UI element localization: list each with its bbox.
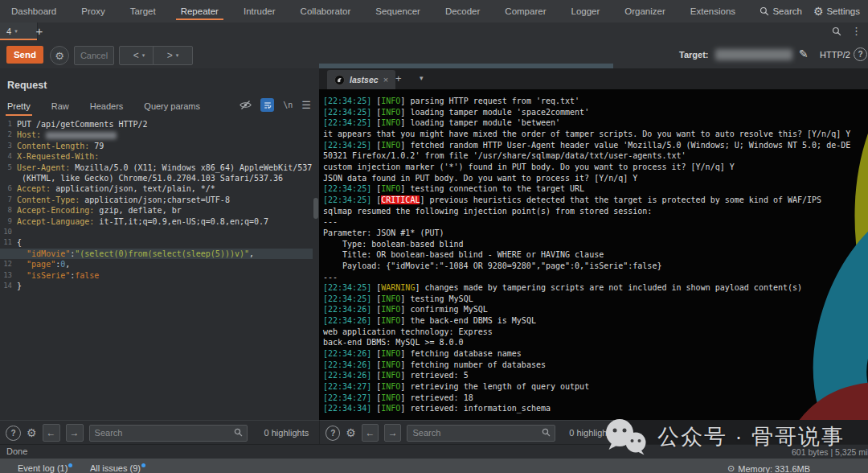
highlights-count: 0 highlights <box>264 428 309 438</box>
kebab-menu-icon[interactable]: ⋮ <box>851 25 862 37</box>
scrollbar-thumb[interactable] <box>313 198 318 219</box>
help-question-icon[interactable]: ? <box>6 426 21 441</box>
new-terminal-tab-button[interactable]: + <box>395 72 402 84</box>
send-settings-button[interactable]: ⚙ <box>50 46 69 65</box>
terminal-tab-title: lastsec <box>350 75 379 84</box>
gear-icon: ⚙ <box>813 6 824 17</box>
search-icon <box>234 428 243 437</box>
search-box <box>407 425 555 442</box>
word-wrap-toggle-icon[interactable] <box>260 98 274 112</box>
terminal-line: [22:34:27] [INFO] retrieved: 18 <box>323 393 868 404</box>
line-number: 10 <box>0 227 17 237</box>
menu-item-proxy[interactable]: Proxy <box>80 2 106 21</box>
forward-arrow-label: > <box>167 50 173 61</box>
menu-item-decoder[interactable]: Decoder <box>444 2 481 21</box>
request-line: 6Accept: application/json, text/plain, *… <box>0 183 313 194</box>
search-input[interactable] <box>90 428 247 438</box>
request-line: 4X-Requested-With: <box>0 151 313 162</box>
terminal-line: Parameter: JSON #1* (PUT) <box>323 228 868 239</box>
request-line: 5User-Agent: Mozilla/5.0 (X11; Windows x… <box>0 162 313 173</box>
request-view-tab-raw[interactable]: Raw <box>51 101 69 116</box>
settings-menu-label: Settings <box>826 6 860 16</box>
prev-match-button[interactable]: ← <box>43 424 60 442</box>
cancel-button[interactable]: Cancel <box>74 46 114 65</box>
forward-history-button[interactable]: > ▾ <box>153 46 193 65</box>
next-match-button[interactable]: → <box>66 424 84 442</box>
watermark-text: 公众号 · 骨哥说事 <box>657 422 845 451</box>
repeater-tab-row: 4 ▾ + ⋮ <box>0 23 868 42</box>
search-icon[interactable] <box>832 27 841 36</box>
wechat-watermark: 公众号 · 骨哥说事 <box>603 418 845 455</box>
menu-item-organizer[interactable]: Organizer <box>623 2 667 21</box>
gear-icon[interactable]: ⚙ <box>27 427 37 438</box>
event-log-button[interactable]: Event log (1) <box>18 463 72 473</box>
help-question-icon[interactable]: ? <box>854 47 867 61</box>
help-question-icon[interactable]: ? <box>326 426 340 441</box>
menu-item-collaborator[interactable]: Collaborator <box>299 2 353 21</box>
menu-item-logger[interactable]: Logger <box>569 2 601 21</box>
terminal-search-pane: ? ⚙ ← → 0 highlights <box>319 420 614 445</box>
request-line: 8Accept-Encoding: gzip, deflate, br <box>0 205 313 216</box>
request-view-tab-query-params[interactable]: Query params <box>144 101 200 116</box>
menu-item-sequencer[interactable]: Sequencer <box>374 2 422 21</box>
request-line: 13 "isSerie":false <box>0 270 313 281</box>
next-match-button[interactable]: → <box>384 424 401 442</box>
terminal-line: Title: OR boolean-based blind - WHERE or… <box>323 249 868 261</box>
menu-item-intruder[interactable]: Intruder <box>242 2 277 21</box>
line-number: 2 <box>0 130 17 140</box>
show-newlines-icon[interactable]: \n <box>283 101 293 109</box>
request-editor[interactable]: 1PUT /api/getComments HTTP/22Host: 3Cont… <box>0 119 313 420</box>
event-log-dot <box>68 463 72 467</box>
search-menu-button[interactable]: Search <box>760 6 801 16</box>
request-line: 12 "page":0, <box>0 259 313 269</box>
settings-menu-button[interactable]: ⚙ Settings <box>813 6 860 17</box>
request-view-tab-pretty[interactable]: Pretty <box>7 101 31 116</box>
menu-item-dashboard[interactable]: Dashboard <box>10 2 58 21</box>
search-icon <box>542 428 551 437</box>
terminal-line: [22:34:26] [INFO] fetching number of dat… <box>323 360 868 371</box>
request-line: 1PUT /api/getComments HTTP/2 <box>0 119 313 130</box>
request-line: 3Content-Length: 79 <box>0 141 313 151</box>
menu-item-extensions[interactable]: Extensions <box>689 2 737 21</box>
send-button[interactable]: Send <box>6 46 43 64</box>
terminal-line: sqlmap resumed the following injection p… <box>323 206 868 217</box>
back-arrow-label: < <box>133 50 139 61</box>
pencil-edit-icon[interactable]: ✎ <box>799 47 809 60</box>
burp-suite-window: DashboardProxyTargetRepeaterIntruderColl… <box>0 0 868 473</box>
line-number: 1 <box>0 119 17 130</box>
line-number <box>0 249 17 259</box>
terminal-tab[interactable]: lastsec × <box>327 70 395 89</box>
terminal-line: [22:34:26] [INFO] retrieved: 5 <box>323 370 868 381</box>
menu-item-target[interactable]: Target <box>129 2 158 21</box>
add-tab-button[interactable]: + <box>32 24 47 38</box>
close-icon[interactable]: × <box>383 75 388 84</box>
terminal-window: lastsec × + ▾ <box>319 68 868 420</box>
request-line: 9Accept-Language: it-IT,it;q=0.9,en-US;q… <box>0 216 313 227</box>
line-number: 4 <box>0 151 17 162</box>
menu-item-comparer[interactable]: Comparer <box>503 2 547 21</box>
line-number: 3 <box>0 141 17 151</box>
terminal-tab-bar: lastsec × + ▾ <box>319 68 868 90</box>
chevron-down-icon[interactable]: ▾ <box>420 74 424 82</box>
search-menu-label: Search <box>772 6 801 16</box>
memory-indicator[interactable]: ⊙ Memory: 331.6MB <box>727 463 810 473</box>
hamburger-menu-icon[interactable]: ☰ <box>301 99 311 111</box>
search-input[interactable] <box>407 428 555 438</box>
menu-item-repeater[interactable]: Repeater <box>179 2 220 21</box>
terminal-line: Payload: {"idMovie":"-1084 OR 9280=9280"… <box>323 261 868 272</box>
main-menubar: DashboardProxyTargetRepeaterIntruderColl… <box>0 0 868 23</box>
prev-match-button[interactable]: ← <box>362 424 379 442</box>
terminal-line: web application technology: Express <box>323 327 868 338</box>
target-value-redacted[interactable] <box>715 49 792 60</box>
http-version-label: HTTP/2 <box>820 50 850 60</box>
request-view-tab-headers[interactable]: Headers <box>90 101 124 116</box>
menubar-right: Search ⚙ Settings <box>760 6 868 17</box>
terminal-content[interactable]: [22:34:25] [INFO] parsing HTTP request f… <box>319 89 868 420</box>
all-issues-button[interactable]: All issues (9) <box>90 463 145 473</box>
eye-slash-icon[interactable] <box>240 100 252 110</box>
request-scrollbar[interactable] <box>313 119 318 418</box>
terminal-line: [22:34:26] [INFO] fetching database name… <box>323 348 868 360</box>
chevron-down-icon: ▾ <box>142 52 145 59</box>
gear-icon[interactable]: ⚙ <box>346 427 356 438</box>
terminal-line: [22:34:25] [INFO] testing connection to … <box>323 183 868 195</box>
